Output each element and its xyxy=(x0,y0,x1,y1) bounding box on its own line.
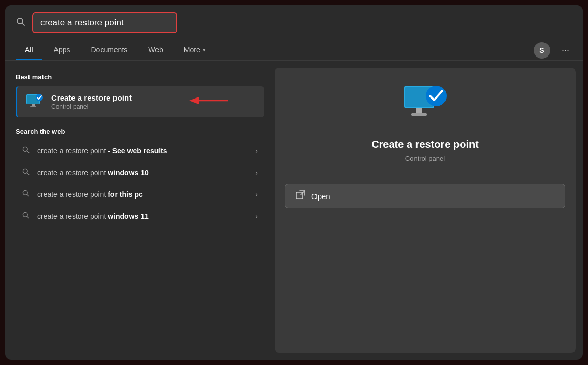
open-label: Open xyxy=(311,192,331,201)
best-match-section: Best match xyxy=(16,73,264,117)
svg-rect-19 xyxy=(416,108,422,113)
best-match-label: Best match xyxy=(16,73,264,81)
svg-rect-5 xyxy=(30,106,36,107)
app-icon xyxy=(25,92,44,111)
chevron-right-icon-2: › xyxy=(255,190,258,199)
tabs-right: S ··· xyxy=(534,42,572,59)
avatar: S xyxy=(534,42,550,59)
best-match-text: Create a restore point Control panel xyxy=(51,93,132,110)
left-panel: Best match xyxy=(5,61,275,360)
web-search-label: Search the web xyxy=(16,128,264,135)
tab-all[interactable]: All xyxy=(16,40,42,60)
search-icon xyxy=(16,17,26,30)
detail-app-category: Control panel xyxy=(405,155,445,162)
web-item-text-0: create a restore point - See web results xyxy=(37,147,248,155)
web-item-text-1: create a restore point windows 10 xyxy=(37,169,248,177)
open-button[interactable]: Open xyxy=(285,184,565,208)
svg-rect-4 xyxy=(32,104,35,106)
web-search-items: create a restore point - See web results… xyxy=(16,141,264,227)
chevron-right-icon-0: › xyxy=(255,147,258,155)
app-icon-large xyxy=(402,83,449,130)
web-search-item-3[interactable]: create a restore point windows 11 › xyxy=(16,206,264,227)
detail-divider xyxy=(285,173,565,173)
svg-line-10 xyxy=(27,151,29,153)
filter-tabs: All Apps Documents Web More ▾ S ··· xyxy=(5,40,583,61)
web-search-section: Search the web create a restore point - … xyxy=(16,128,264,227)
web-search-item-2[interactable]: create a restore point for this pc › xyxy=(16,184,264,205)
svg-line-14 xyxy=(27,194,29,196)
tab-apps[interactable]: Apps xyxy=(45,40,80,60)
chevron-down-icon: ▾ xyxy=(203,47,206,53)
svg-rect-20 xyxy=(411,113,427,116)
external-link-icon xyxy=(296,190,305,202)
arrow-annotation xyxy=(187,90,233,113)
search-bar xyxy=(5,5,583,40)
search-icon-3 xyxy=(22,211,30,221)
search-icon-1 xyxy=(22,167,30,178)
ellipsis-button[interactable]: ··· xyxy=(558,43,572,58)
tab-documents[interactable]: Documents xyxy=(81,40,137,60)
tab-more[interactable]: More ▾ xyxy=(175,40,215,60)
best-match-item[interactable]: Create a restore point Control panel xyxy=(16,86,264,117)
svg-line-1 xyxy=(22,23,25,25)
tabs-left: All Apps Documents Web More ▾ xyxy=(16,40,215,60)
best-match-subtitle: Control panel xyxy=(51,103,132,110)
svg-line-12 xyxy=(27,173,29,175)
main-content: Best match xyxy=(5,61,583,360)
chevron-right-icon-1: › xyxy=(255,169,258,177)
detail-app-title: Create a restore point xyxy=(371,138,479,150)
search-panel: All Apps Documents Web More ▾ S ··· xyxy=(5,5,583,360)
best-match-title: Create a restore point xyxy=(51,93,132,102)
web-item-text-3: create a restore point windows 11 xyxy=(37,212,248,220)
web-search-item-0[interactable]: create a restore point - See web results… xyxy=(16,141,264,161)
search-input[interactable] xyxy=(32,12,177,33)
tab-web[interactable]: Web xyxy=(139,40,173,60)
web-search-item-1[interactable]: create a restore point windows 10 › xyxy=(16,162,264,183)
web-item-text-2: create a restore point for this pc xyxy=(37,190,248,199)
chevron-right-icon-3: › xyxy=(255,212,258,220)
search-icon-0 xyxy=(22,146,30,156)
search-icon-2 xyxy=(22,189,30,200)
right-detail-panel: Create a restore point Control panel Ope… xyxy=(275,68,576,353)
svg-line-16 xyxy=(27,216,29,218)
